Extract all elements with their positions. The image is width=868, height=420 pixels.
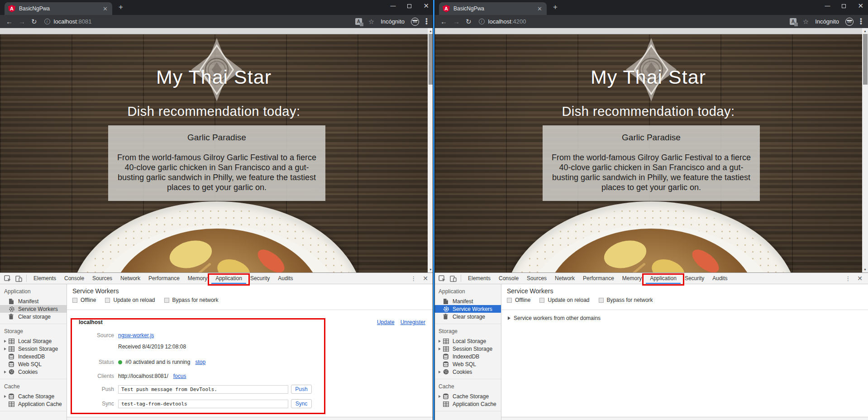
disclosure-triangle-icon[interactable]: [4, 371, 9, 373]
forward-button[interactable]: →: [453, 18, 460, 25]
minimize-button[interactable]: —: [390, 3, 396, 9]
checkbox-bypass-for-network[interactable]: [164, 298, 169, 303]
sync-input[interactable]: [118, 400, 288, 408]
stop-link[interactable]: stop: [195, 359, 205, 365]
maximize-button[interactable]: [407, 4, 411, 8]
disclosure-triangle-icon[interactable]: [4, 395, 9, 398]
devtools-close-icon[interactable]: ✕: [857, 275, 863, 282]
tab-close-icon[interactable]: ✕: [536, 5, 543, 12]
back-button[interactable]: ←: [6, 18, 13, 25]
devtools-tab-performance[interactable]: Performance: [144, 273, 184, 284]
devtools-close-icon[interactable]: ✕: [423, 275, 428, 282]
sidebar-item-local-storage[interactable]: Local Storage: [434, 337, 501, 345]
sidebar-item-cache-storage[interactable]: Cache Storage: [434, 392, 501, 400]
update-link[interactable]: Update: [377, 319, 395, 325]
devtools-tab-sources[interactable]: Sources: [88, 273, 116, 284]
address-bar[interactable]: i localhost :4200: [479, 18, 526, 25]
devtools-tab-console[interactable]: Console: [60, 273, 88, 284]
disclosure-triangle-icon[interactable]: [439, 395, 443, 398]
minimize-button[interactable]: —: [825, 3, 830, 9]
sidebar-item-application-cache[interactable]: Application Cache: [0, 400, 67, 408]
devtools-tab-memory[interactable]: Memory: [618, 273, 646, 284]
disclosure-triangle-icon[interactable]: [4, 340, 9, 343]
sidebar-item-service-workers[interactable]: Service Workers: [434, 305, 501, 313]
devtools-tab-console[interactable]: Console: [495, 273, 523, 284]
devtools-tab-performance[interactable]: Performance: [579, 273, 618, 284]
other-domains-row[interactable]: Service workers from other domains: [508, 315, 601, 321]
incognito-avatar-icon[interactable]: [411, 18, 419, 26]
sidebar-item-application-cache[interactable]: Application Cache: [434, 400, 501, 408]
devtools-tab-application[interactable]: Application: [211, 273, 246, 284]
push-button[interactable]: Push: [291, 385, 312, 394]
back-button[interactable]: ←: [440, 18, 447, 25]
forward-button[interactable]: →: [19, 18, 25, 25]
sidebar-item-cookies[interactable]: Cookies: [434, 368, 501, 376]
sidebar-item-session-storage[interactable]: Session Storage: [434, 345, 501, 353]
devtools-tab-network[interactable]: Network: [551, 273, 579, 284]
translate-icon[interactable]: A: [355, 18, 362, 25]
devtools-tab-sources[interactable]: Sources: [523, 273, 551, 284]
incognito-avatar-icon[interactable]: [845, 18, 854, 26]
sidebar-item-local-storage[interactable]: Local Storage: [0, 337, 67, 345]
disclosure-triangle-icon[interactable]: [508, 316, 510, 320]
sidebar-item-clear-storage[interactable]: Clear storage: [434, 313, 501, 320]
reload-button[interactable]: ↻: [31, 18, 37, 26]
site-info-icon[interactable]: i: [44, 19, 50, 24]
sidebar-item-indexeddb[interactable]: IndexedDB: [434, 353, 501, 360]
disclosure-triangle-icon[interactable]: [439, 340, 443, 343]
address-bar[interactable]: i localhost :8081: [44, 18, 92, 25]
devtools-tab-network[interactable]: Network: [116, 273, 144, 284]
sidebar-item-manifest[interactable]: Manifest: [434, 297, 501, 305]
devtools-menu-icon[interactable]: ⋮: [410, 275, 416, 282]
checkbox-update-on-reload[interactable]: [539, 298, 544, 303]
push-input[interactable]: [118, 385, 288, 394]
sidebar-item-clear-storage[interactable]: Clear storage: [0, 313, 67, 320]
sync-button[interactable]: Sync: [291, 399, 312, 408]
browser-menu-icon[interactable]: •••: [425, 18, 428, 25]
checkbox-bypass-for-network[interactable]: [599, 298, 604, 303]
disclosure-triangle-icon[interactable]: [4, 348, 9, 350]
disclosure-triangle-icon[interactable]: [439, 348, 443, 350]
sidebar-item-session-storage[interactable]: Session Storage: [0, 345, 67, 353]
sidebar-item-web-sql[interactable]: Web SQL: [0, 360, 67, 368]
checkbox-update-on-reload[interactable]: [105, 298, 110, 303]
inspect-element-icon[interactable]: [439, 275, 446, 282]
devtools-menu-icon[interactable]: ⋮: [845, 275, 851, 282]
sidebar-item-manifest[interactable]: Manifest: [0, 297, 67, 305]
bookmark-star-icon[interactable]: ☆: [368, 18, 374, 26]
scroll-down-arrow-icon[interactable]: ▼: [862, 267, 868, 272]
sidebar-item-cookies[interactable]: Cookies: [0, 368, 67, 376]
source-file-link[interactable]: ngsw-worker.js: [118, 332, 154, 339]
checkbox-offline[interactable]: [72, 298, 77, 303]
sidebar-item-indexeddb[interactable]: IndexedDB: [0, 353, 67, 360]
device-toolbar-icon[interactable]: [15, 275, 22, 282]
devtools-tab-audits[interactable]: Audits: [708, 273, 731, 284]
sidebar-item-service-workers[interactable]: Service Workers: [0, 305, 67, 313]
devtools-tab-elements[interactable]: Elements: [29, 273, 60, 284]
tab-close-icon[interactable]: ✕: [102, 5, 109, 12]
close-window-button[interactable]: ✕: [423, 2, 429, 10]
unregister-link[interactable]: Unregister: [401, 319, 425, 325]
scrollbar-thumb[interactable]: [863, 34, 868, 85]
maximize-button[interactable]: [842, 4, 846, 8]
browser-tab[interactable]: A BasicNgPwa ✕: [439, 2, 547, 15]
new-tab-button[interactable]: +: [553, 3, 558, 11]
browser-tab[interactable]: A BasicNgPwa ✕: [5, 2, 112, 15]
reload-button[interactable]: ↻: [466, 18, 472, 26]
page-scrollbar[interactable]: ▲ ▼: [862, 28, 868, 272]
inspect-element-icon[interactable]: [4, 275, 11, 282]
device-toolbar-icon[interactable]: [450, 275, 457, 282]
devtools-tab-memory[interactable]: Memory: [184, 273, 211, 284]
devtools-tab-application[interactable]: Application: [646, 273, 681, 284]
disclosure-triangle-icon[interactable]: [439, 371, 443, 373]
sidebar-item-web-sql[interactable]: Web SQL: [434, 360, 501, 368]
scrollbar-thumb[interactable]: [429, 34, 433, 85]
focus-link[interactable]: focus: [173, 373, 186, 379]
devtools-tab-audits[interactable]: Audits: [274, 273, 297, 284]
devtools-tab-elements[interactable]: Elements: [464, 273, 495, 284]
sidebar-item-cache-storage[interactable]: Cache Storage: [0, 392, 67, 400]
new-tab-button[interactable]: +: [119, 3, 123, 11]
scroll-up-arrow-icon[interactable]: ▲: [862, 28, 868, 34]
devtools-tab-security[interactable]: Security: [681, 273, 708, 284]
devtools-tab-security[interactable]: Security: [246, 273, 274, 284]
